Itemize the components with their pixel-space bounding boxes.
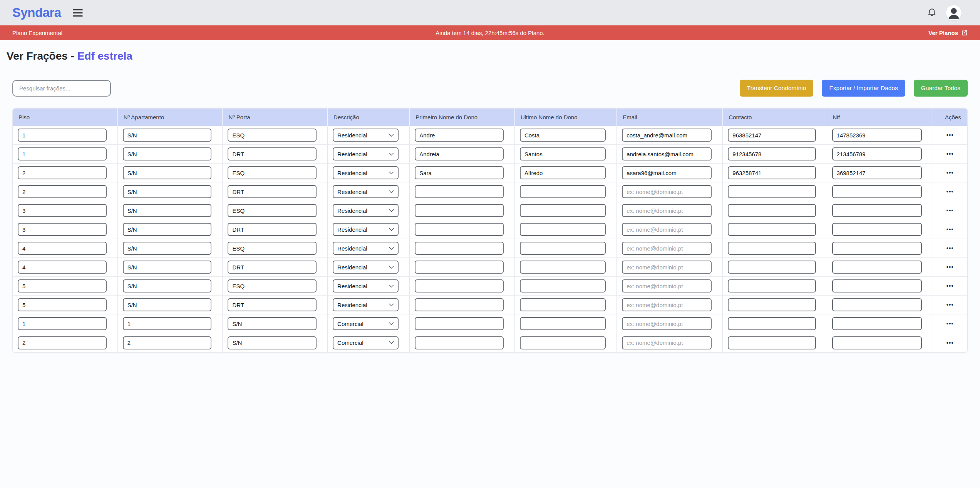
piso-input[interactable] <box>18 223 107 236</box>
piso-input[interactable] <box>18 336 107 349</box>
descricao-select[interactable]: Comercial <box>333 336 399 349</box>
apartamento-input[interactable] <box>123 204 212 217</box>
email-input[interactable] <box>622 336 712 349</box>
row-actions-button[interactable]: ••• <box>946 208 954 213</box>
email-input[interactable] <box>622 298 712 311</box>
row-actions-button[interactable]: ••• <box>946 264 954 270</box>
piso-input[interactable] <box>18 147 107 160</box>
nif-input[interactable] <box>832 242 922 255</box>
nif-input[interactable] <box>832 185 922 198</box>
email-input[interactable] <box>622 147 712 160</box>
apartamento-input[interactable] <box>123 223 212 236</box>
email-input[interactable] <box>622 279 712 292</box>
contacto-input[interactable] <box>728 298 816 311</box>
piso-input[interactable] <box>18 185 107 198</box>
piso-input[interactable] <box>18 204 107 217</box>
descricao-select[interactable]: Residencial <box>333 204 399 217</box>
piso-input[interactable] <box>18 298 107 311</box>
primeiro-nome-input[interactable] <box>415 129 504 142</box>
apartamento-input[interactable] <box>123 336 212 349</box>
piso-input[interactable] <box>18 317 107 330</box>
nif-input[interactable] <box>832 147 922 160</box>
contacto-input[interactable] <box>728 261 816 274</box>
piso-input[interactable] <box>18 279 107 292</box>
nif-input[interactable] <box>832 204 922 217</box>
row-actions-button[interactable]: ••• <box>946 132 954 138</box>
apartamento-input[interactable] <box>123 166 212 179</box>
search-input[interactable] <box>12 80 111 97</box>
porta-input[interactable] <box>228 166 317 179</box>
primeiro-nome-input[interactable] <box>415 204 504 217</box>
porta-input[interactable] <box>228 185 317 198</box>
user-avatar[interactable] <box>946 5 962 20</box>
porta-input[interactable] <box>228 279 317 292</box>
ultimo-nome-input[interactable] <box>520 223 606 236</box>
email-input[interactable] <box>622 204 712 217</box>
contacto-input[interactable] <box>728 317 816 330</box>
porta-input[interactable] <box>228 317 317 330</box>
transfer-condominium-button[interactable]: Transferir Condomínio <box>740 80 814 97</box>
email-input[interactable] <box>622 223 712 236</box>
row-actions-button[interactable]: ••• <box>946 302 954 308</box>
email-input[interactable] <box>622 166 712 179</box>
ultimo-nome-input[interactable] <box>520 204 606 217</box>
descricao-select[interactable]: Comercial <box>333 317 399 330</box>
nif-input[interactable] <box>832 166 922 179</box>
row-actions-button[interactable]: ••• <box>946 283 954 289</box>
nif-input[interactable] <box>832 279 922 292</box>
porta-input[interactable] <box>228 129 317 142</box>
contacto-input[interactable] <box>728 166 816 179</box>
row-actions-button[interactable]: ••• <box>946 189 954 194</box>
ultimo-nome-input[interactable] <box>520 129 606 142</box>
notifications-bell-icon[interactable] <box>926 7 938 18</box>
piso-input[interactable] <box>18 166 107 179</box>
nif-input[interactable] <box>832 298 922 311</box>
row-actions-button[interactable]: ••• <box>946 170 954 175</box>
ultimo-nome-input[interactable] <box>520 242 606 255</box>
apartamento-input[interactable] <box>123 317 212 330</box>
descricao-select[interactable]: Residencial <box>333 261 399 274</box>
row-actions-button[interactable]: ••• <box>946 321 954 326</box>
nif-input[interactable] <box>832 223 922 236</box>
row-actions-button[interactable]: ••• <box>946 227 954 232</box>
contacto-input[interactable] <box>728 242 816 255</box>
porta-input[interactable] <box>228 242 317 255</box>
apartamento-input[interactable] <box>123 129 212 142</box>
row-actions-button[interactable]: ••• <box>946 340 954 346</box>
descricao-select[interactable]: Residencial <box>333 166 399 179</box>
primeiro-nome-input[interactable] <box>415 185 504 198</box>
primeiro-nome-input[interactable] <box>415 223 504 236</box>
contacto-input[interactable] <box>728 279 816 292</box>
primeiro-nome-input[interactable] <box>415 336 504 349</box>
descricao-select[interactable]: Residencial <box>333 279 399 292</box>
save-all-button[interactable]: Guardar Todos <box>914 80 968 97</box>
piso-input[interactable] <box>18 242 107 255</box>
email-input[interactable] <box>622 185 712 198</box>
porta-input[interactable] <box>228 223 317 236</box>
ultimo-nome-input[interactable] <box>520 279 606 292</box>
piso-input[interactable] <box>18 129 107 142</box>
contacto-input[interactable] <box>728 185 816 198</box>
apartamento-input[interactable] <box>123 147 212 160</box>
apartamento-input[interactable] <box>123 261 212 274</box>
nif-input[interactable] <box>832 261 922 274</box>
descricao-select[interactable]: Residencial <box>333 242 399 255</box>
ultimo-nome-input[interactable] <box>520 298 606 311</box>
menu-icon[interactable] <box>73 7 83 18</box>
ultimo-nome-input[interactable] <box>520 147 606 160</box>
row-actions-button[interactable]: ••• <box>946 151 954 157</box>
descricao-select[interactable]: Residencial <box>333 147 399 160</box>
primeiro-nome-input[interactable] <box>415 166 504 179</box>
row-actions-button[interactable]: ••• <box>946 246 954 251</box>
primeiro-nome-input[interactable] <box>415 317 504 330</box>
porta-input[interactable] <box>228 261 317 274</box>
view-plans-link[interactable]: Ver Planos <box>928 30 968 36</box>
porta-input[interactable] <box>228 147 317 160</box>
contacto-input[interactable] <box>728 129 816 142</box>
app-logo[interactable]: Syndara <box>12 5 61 20</box>
apartamento-input[interactable] <box>123 185 212 198</box>
primeiro-nome-input[interactable] <box>415 261 504 274</box>
descricao-select[interactable]: Residencial <box>333 298 399 311</box>
apartamento-input[interactable] <box>123 242 212 255</box>
primeiro-nome-input[interactable] <box>415 242 504 255</box>
